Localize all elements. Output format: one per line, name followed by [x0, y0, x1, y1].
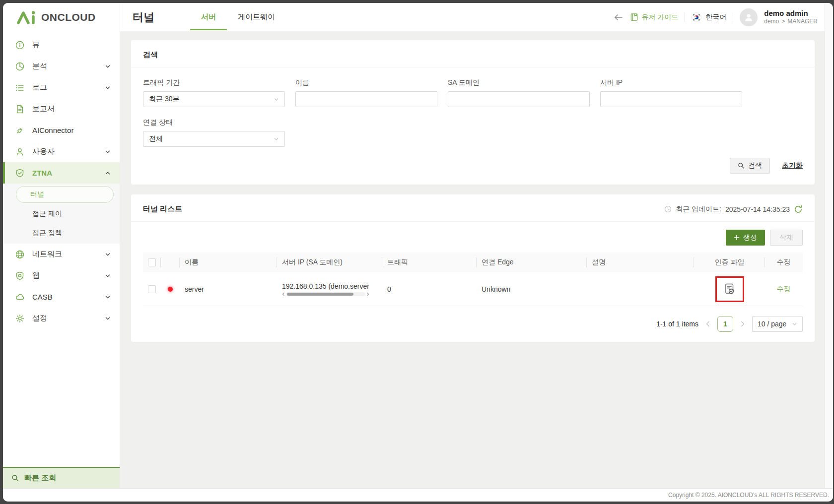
- last-update: 최근 업데이트: 2025-07-14 14:35:23: [664, 205, 803, 214]
- horizontal-scrollbar[interactable]: [282, 292, 369, 296]
- header-traffic: 트래픽: [382, 258, 477, 267]
- sidebar-item-label: 보고서: [32, 104, 55, 114]
- info-icon: [15, 40, 25, 50]
- chevron-down-icon: [105, 315, 111, 321]
- chevron-down-icon: [105, 273, 111, 279]
- scroll-right-icon: [366, 292, 369, 296]
- row-checkbox[interactable]: [148, 285, 156, 293]
- field-traffic-period: 트래픽 기간 최근 30분: [143, 78, 285, 107]
- tunnel-list-header: 터널 리스트 최근 업데이트: 2025-07-14 14:35:23: [143, 204, 803, 214]
- quick-search-bar[interactable]: 빠른 조회: [3, 467, 120, 488]
- user-role: MANAGER: [787, 18, 818, 25]
- brand-logo[interactable]: ONCLOUD: [3, 3, 120, 31]
- sidebar-item-aiconnector[interactable]: AIConnector: [3, 120, 120, 141]
- delete-button-label: 삭제: [779, 233, 793, 242]
- sidebar-item-ztna[interactable]: ZTNA: [3, 162, 120, 184]
- sidebar-item-label: 네트워크: [32, 250, 62, 259]
- sidebar-item-casb[interactable]: CASB: [3, 286, 120, 308]
- korea-flag-icon: [692, 12, 701, 22]
- row-edit-cell: 수정: [765, 285, 802, 294]
- sidebar-item-report[interactable]: 보고서: [3, 98, 120, 120]
- user-org: demo: [764, 18, 779, 25]
- field-label: 트래픽 기간: [143, 78, 285, 87]
- row-traffic-cell: 0: [382, 285, 477, 293]
- tab-bar: 서버 게이트웨이: [190, 3, 286, 31]
- back-arrow-icon[interactable]: [614, 13, 624, 21]
- refresh-button[interactable]: [794, 205, 803, 214]
- chevron-down-icon: [105, 63, 111, 69]
- field-label: 연결 상태: [143, 118, 285, 127]
- field-label: SA 도메인: [448, 78, 590, 87]
- server-ip-value: 192.168.0.135 (demo.server.c: [282, 282, 369, 290]
- quick-search-label: 빠른 조회: [24, 473, 56, 483]
- user-guide-link[interactable]: 유저 가이드: [630, 13, 678, 22]
- submenu-item-label: 터널: [30, 190, 44, 199]
- sidebar-item-web[interactable]: 웹: [3, 265, 120, 286]
- field-sa-domain: SA 도메인: [448, 78, 590, 107]
- sidebar-item-settings[interactable]: 설정: [3, 308, 120, 329]
- sidebar-item-view[interactable]: 뷰: [3, 34, 120, 56]
- topbar-right: 유저 가이드 한국어: [614, 8, 825, 26]
- connection-status-select[interactable]: 전체: [143, 131, 285, 147]
- sidebar-item-label: CASB: [32, 293, 53, 301]
- server-ip-scroll-area: 192.168.0.135 (demo.server.c: [282, 282, 369, 296]
- tab-gateway[interactable]: 게이트웨이: [227, 3, 286, 31]
- aioncloud-logo-icon: [16, 9, 38, 25]
- sidebar-item-label: ZTNA: [32, 169, 52, 177]
- scrollbar-thumb[interactable]: [287, 293, 353, 296]
- search-icon: [11, 474, 19, 482]
- scrollbar-track[interactable]: [286, 292, 365, 296]
- prev-page-button[interactable]: [705, 321, 710, 327]
- edit-link[interactable]: 수정: [777, 285, 791, 294]
- delete-button[interactable]: 삭제: [770, 230, 803, 246]
- submenu-item-access-control[interactable]: 접근 제어: [3, 204, 120, 223]
- sidebar-item-users[interactable]: 사용자: [3, 141, 120, 162]
- search-panel-title: 검색: [143, 50, 803, 60]
- sa-domain-input[interactable]: [448, 91, 590, 107]
- sidebar-item-label: 분석: [32, 62, 47, 71]
- traffic-period-select[interactable]: 최근 30분: [143, 91, 285, 107]
- chevron-down-icon: [105, 85, 111, 91]
- language-selector[interactable]: 한국어: [692, 12, 726, 22]
- gear-icon: [15, 314, 25, 323]
- server-ip-input[interactable]: [600, 91, 742, 107]
- sidebar-nav: 뷰 분석 로그 보고서 AIConnector 사용자: [3, 34, 120, 329]
- avatar[interactable]: [740, 8, 758, 26]
- select-all-checkbox[interactable]: [148, 258, 156, 266]
- create-button[interactable]: 생성: [726, 230, 765, 246]
- search-button[interactable]: 검색: [730, 158, 770, 174]
- chevron-down-icon: [274, 97, 279, 102]
- next-page-button[interactable]: [740, 321, 745, 327]
- field-label: 서버 IP: [600, 78, 742, 87]
- topbar: 터널 서버 게이트웨이 유저 가이드: [120, 3, 825, 31]
- table-row: server 192.168.0.135 (demo.server.c 0: [143, 272, 803, 306]
- user-path-separator: >: [781, 18, 785, 25]
- page-scrollbar[interactable]: [825, 3, 833, 488]
- chevron-down-icon: [792, 321, 797, 327]
- copyright-text: Copyright © 2025. AIONCLOUD's ALL RIGHTS…: [668, 492, 829, 499]
- header-cert-file: 인증 파일: [694, 258, 765, 267]
- search-form: 트래픽 기간 최근 30분 이름 SA 도메인 서버 IP: [143, 78, 803, 147]
- sidebar-item-logs[interactable]: 로그: [3, 77, 120, 98]
- page-number-1[interactable]: 1: [717, 316, 733, 332]
- tunnel-list-panel: 터널 리스트 최근 업데이트: 2025-07-14 14:35:23 생성: [131, 194, 815, 342]
- name-input[interactable]: [295, 91, 437, 107]
- header-edit: 수정: [765, 258, 802, 267]
- globe-icon: [15, 250, 25, 259]
- sidebar-item-network[interactable]: 네트워크: [3, 244, 120, 265]
- row-select-cell: [143, 285, 161, 293]
- reset-button[interactable]: 초기화: [782, 161, 803, 170]
- tab-server[interactable]: 서버: [190, 3, 227, 31]
- cert-file-button[interactable]: [724, 283, 735, 295]
- sidebar-item-label: 로그: [32, 83, 47, 92]
- row-name-cell: server: [180, 285, 277, 293]
- brand-name: ONCLOUD: [41, 11, 96, 23]
- submenu-item-access-policy[interactable]: 접근 정책: [3, 223, 120, 243]
- user-menu[interactable]: demo admin demo > MANAGER: [764, 9, 818, 26]
- sidebar-item-analysis[interactable]: 분석: [3, 56, 120, 77]
- submenu-item-tunnel[interactable]: 터널: [16, 186, 114, 203]
- page-size-select[interactable]: 10 / page: [752, 316, 803, 332]
- pie-chart-icon: [15, 62, 25, 71]
- main-content: 검색 트래픽 기간 최근 30분 이름 SA 도메인: [120, 31, 825, 488]
- status-dot-red: [168, 287, 173, 292]
